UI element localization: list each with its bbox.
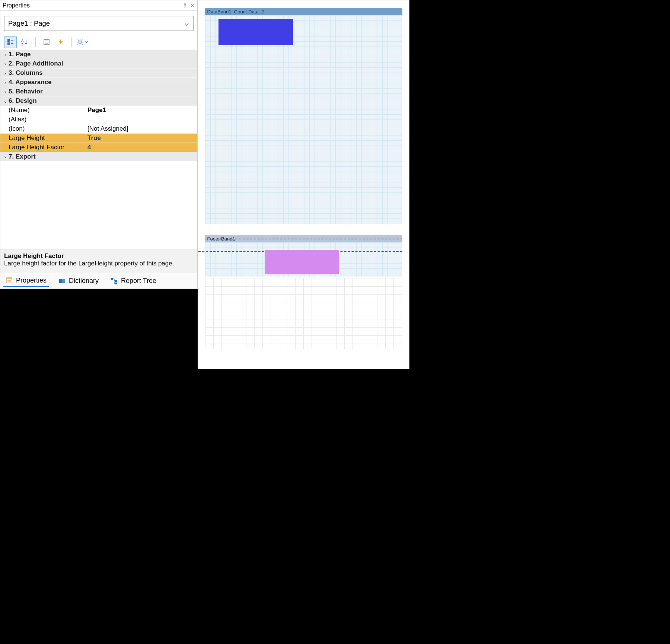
description-text: Large height factor for the LargeHeight … <box>4 260 194 267</box>
panel-title: Properties <box>3 2 30 9</box>
properties-toolbar: A Z <box>0 35 197 50</box>
svg-rect-25 <box>111 278 113 280</box>
category-columns[interactable]: ›3. Columns <box>0 68 197 77</box>
report-page[interactable]: DataBand1; Count Data: 2 FooterBand1 <box>205 8 402 349</box>
tree-icon <box>111 277 118 285</box>
data-band[interactable]: DataBand1; Count Data: 2 <box>205 8 402 224</box>
svg-line-16 <box>82 44 82 44</box>
chevron-down-icon <box>84 40 88 44</box>
svg-rect-24 <box>62 279 65 283</box>
design-surface[interactable]: DataBand1; Count Data: 2 FooterBand1 <box>198 0 409 369</box>
panel-header: Properties <box>0 0 197 11</box>
category-export[interactable]: ›7. Export <box>0 152 197 161</box>
prop-icon[interactable]: (Icon) [Not Assigned] <box>0 124 197 133</box>
category-page-additional[interactable]: ›2. Page Additional <box>0 59 197 68</box>
footer-band[interactable]: FooterBand1 <box>205 235 402 277</box>
footer-band-header[interactable]: FooterBand1 <box>205 235 402 242</box>
category-page[interactable]: ›1. Page <box>0 50 197 59</box>
svg-rect-20 <box>7 278 12 279</box>
svg-text:Z: Z <box>21 42 23 46</box>
data-band-header[interactable]: DataBand1; Count Data: 2 <box>205 8 402 15</box>
data-band-body[interactable] <box>205 15 402 224</box>
footer-band-body[interactable] <box>205 242 402 277</box>
page-break-line <box>205 239 402 239</box>
svg-rect-3 <box>11 43 13 44</box>
svg-rect-27 <box>115 283 117 284</box>
chevron-down-icon <box>184 21 189 26</box>
app-root: Properties Page1 : Page <box>0 0 409 400</box>
svg-rect-0 <box>7 39 10 42</box>
property-description: Large Height Factor Large height factor … <box>0 249 197 273</box>
dictionary-icon <box>58 277 66 285</box>
svg-rect-2 <box>7 42 10 45</box>
object-selector[interactable]: Page1 : Page <box>4 16 194 31</box>
description-title: Large Height Factor <box>4 252 194 260</box>
events-button[interactable] <box>54 36 67 48</box>
prop-large-height[interactable]: Large Height True <box>0 133 197 143</box>
prop-name[interactable]: (Name) Page1 <box>0 105 197 115</box>
tab-properties[interactable]: Properties <box>3 275 49 287</box>
toolbar-separator <box>35 37 36 47</box>
category-design[interactable]: ⌄6. Design <box>0 96 197 105</box>
below-page-area <box>205 278 402 349</box>
svg-rect-26 <box>115 280 117 282</box>
bottom-tabs: Properties Dictionary Report Tree <box>0 273 197 288</box>
pin-icon[interactable] <box>182 3 188 8</box>
design-surface-panel: DataBand1; Count Data: 2 FooterBand1 <box>198 0 409 369</box>
svg-text:A: A <box>21 39 24 42</box>
categorized-view-button[interactable] <box>4 36 17 48</box>
settings-dropdown[interactable] <box>76 38 88 46</box>
svg-line-18 <box>82 40 82 41</box>
svg-rect-23 <box>59 279 62 283</box>
svg-rect-1 <box>11 40 13 41</box>
property-grid: ›1. Page ›2. Page Additional ›3. Columns… <box>0 50 197 249</box>
svg-point-10 <box>79 41 81 43</box>
toolbar-separator <box>71 37 72 47</box>
prop-alias[interactable]: (Alias) <box>0 115 197 124</box>
prop-large-height-factor[interactable]: Large Height Factor 4 <box>0 143 197 152</box>
object-selector-text: Page1 : Page <box>8 19 50 28</box>
properties-panel: Properties Page1 : Page <box>0 0 198 289</box>
alphabetical-view-button[interactable]: A Z <box>18 36 31 48</box>
svg-line-15 <box>78 40 79 41</box>
property-pages-button[interactable] <box>40 36 53 48</box>
band-gap <box>205 224 402 235</box>
svg-line-17 <box>78 44 79 44</box>
blue-component[interactable] <box>218 19 293 45</box>
tab-dictionary[interactable]: Dictionary <box>56 275 101 286</box>
tab-report-tree[interactable]: Report Tree <box>108 275 159 286</box>
category-behavior[interactable]: ›5. Behavior <box>0 87 197 96</box>
properties-icon <box>6 277 13 284</box>
close-icon[interactable] <box>190 3 195 8</box>
magenta-component[interactable] <box>265 250 339 274</box>
category-appearance[interactable]: ›4. Appearance <box>0 77 197 87</box>
